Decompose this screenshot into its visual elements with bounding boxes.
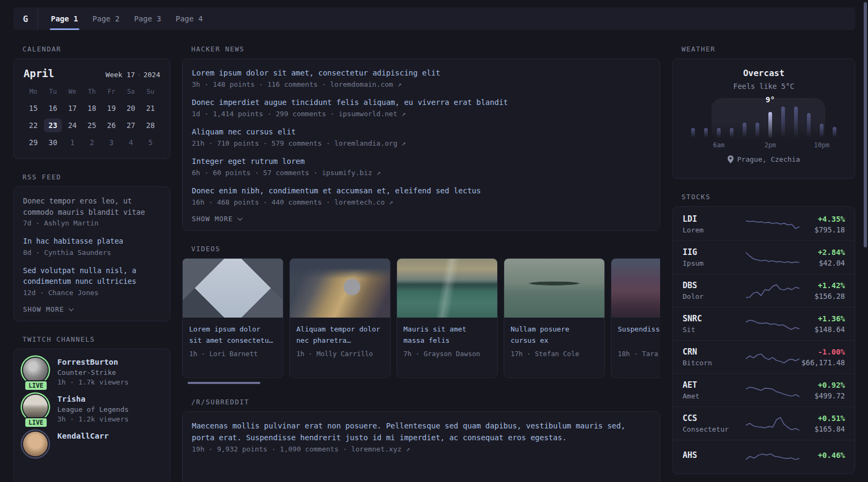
rss-item-meta: 12d · Chance Jones (23, 289, 161, 297)
video-card[interactable]: Mauris sit amet massa felis 7h · Grayson… (396, 258, 498, 378)
video-card-body: Mauris sit amet massa felis 7h · Grayson… (397, 318, 497, 364)
stock-sparkline-chart (746, 381, 799, 400)
page-tab[interactable]: Page 4 (176, 7, 203, 30)
hackernews-item-title[interactable]: Donec enim nibh, condimentum et accumsan… (192, 185, 650, 197)
stock-row[interactable]: DBS Dolor +1.42% $156.28 (673, 274, 855, 307)
calendar-day: 16 (43, 100, 62, 117)
channel-info: Trisha League of Legends 3h · 1.2k viewe… (57, 395, 129, 423)
stock-identity: SNRC Sit (683, 314, 746, 334)
channel-name[interactable]: Trisha (57, 395, 129, 403)
top-nav: G Page 1 Page 2 Page 3 Page 4 (13, 7, 855, 30)
hackernews-item-title[interactable]: Integer eget rutrum lorem (192, 156, 650, 167)
app-logo[interactable]: G (13, 7, 38, 30)
weather-location-label: Prague, Czechia (737, 155, 800, 163)
stock-change-percent: +2.84% (799, 248, 845, 257)
weather-location: Prague, Czechia (673, 155, 855, 163)
stock-row[interactable]: SNRC Sit +1.36% $148.64 (673, 307, 855, 341)
calendar-day-number: 18 (87, 104, 96, 112)
video-meta: 1h · Molly Carrillo (296, 350, 384, 358)
video-card[interactable]: Lorem ipsum dolor sit amet consectetu… 1… (182, 258, 283, 378)
calendar-day: 19 (102, 100, 121, 117)
video-thumbnail[interactable] (290, 259, 390, 318)
avatar (23, 432, 48, 456)
twitch-channel-row[interactable]: LIVE ForrestBurton Counter-Strike 1h · 1… (23, 358, 161, 386)
calendar-day-number: 30 (49, 138, 57, 147)
rss-item-meta: 7d · Ashlyn Martin (23, 219, 161, 227)
channel-name[interactable]: KendallCarr (57, 432, 109, 440)
stocks-section: STOCKS LDI Lorem +4.35% $795.18 (672, 193, 855, 474)
stock-row[interactable]: IIG Ipsum +2.84% $42.04 (673, 241, 855, 274)
hackernews-show-more-button[interactable]: SHOW MORE (192, 215, 650, 223)
stock-price: $148.64 (799, 325, 845, 334)
video-card[interactable]: Nullam posuere cursus ex 17h · Stefan Co… (504, 258, 605, 378)
video-title[interactable]: Nullam posuere cursus ex (511, 323, 598, 346)
page-tab[interactable]: Page 3 (134, 7, 161, 30)
rss-show-more-button[interactable]: SHOW MORE (23, 305, 161, 313)
videos-scrollbar-thumb[interactable] (188, 382, 260, 384)
stock-identity: IIG Ipsum (683, 247, 746, 267)
external-link-icon[interactable]: ↗ (401, 110, 406, 118)
external-link-icon[interactable]: ↗ (389, 198, 393, 206)
calendar-day-number: 19 (107, 104, 116, 112)
stock-name: Ipsum (683, 259, 746, 267)
stock-symbol: AET (683, 380, 746, 390)
weather-section: WEATHER Overcast Feels like 5°C (672, 45, 855, 179)
stock-values: +0.51% $165.84 (799, 414, 845, 433)
external-link-icon[interactable]: ↗ (398, 80, 402, 88)
external-link-icon[interactable]: ↗ (406, 445, 410, 453)
hackernews-widget: Lorem ipsum dolor sit amet, consectetur … (182, 58, 660, 231)
video-thumbnail[interactable] (397, 259, 497, 318)
hackernews-item-title[interactable]: Aliquam nec cursus elit (192, 126, 650, 138)
day-of-week-label: Su (141, 86, 160, 97)
video-card[interactable]: Suspendisse diam 18h · Tara (611, 258, 660, 378)
hackernews-item: Donec imperdiet augue tincidunt felis al… (192, 97, 650, 118)
twitch-channel-row[interactable]: LIVE KendallCarr (23, 432, 161, 456)
calendar-year-label: 2024 (144, 71, 160, 79)
rss-item: Donec tempor eros leo, ut commodo mauris… (23, 195, 161, 227)
hackernews-list: Lorem ipsum dolor sit amet, consectetur … (192, 67, 650, 206)
page-scrollbar-thumb[interactable] (864, 2, 867, 247)
calendar-day: 29 (24, 134, 43, 151)
subreddit-section: /R/SUBREDDIT Maecenas mollis pulvinar er… (182, 398, 660, 482)
video-title[interactable]: Aliquam tempor dolor nec pharetra… (296, 323, 384, 346)
page-tab-label: Page 3 (134, 14, 161, 23)
stock-row[interactable]: CRN Bitcorn -1.00% $66,171.48 (673, 341, 855, 374)
subreddit-post-title[interactable]: Maecenas mollis pulvinar erat non posuer… (192, 420, 647, 443)
weather-bar (768, 112, 772, 138)
page-tab[interactable]: Page 2 (93, 7, 120, 30)
hackernews-item-title[interactable]: Lorem ipsum dolor sit amet, consectetur … (192, 67, 650, 79)
video-card[interactable]: Aliquam tempor dolor nec pharetra… 1h · … (289, 258, 391, 378)
video-thumbnail[interactable] (611, 259, 660, 318)
external-link-icon[interactable]: ↗ (376, 169, 380, 177)
calendar-day-number: 5 (148, 138, 153, 147)
hackernews-item-title[interactable]: Donec imperdiet augue tincidunt felis al… (192, 97, 650, 108)
stock-name: Sit (683, 326, 746, 334)
calendar-day: 30 (43, 134, 62, 151)
subreddit-post: Maecenas mollis pulvinar erat non posuer… (192, 420, 650, 453)
weather-widget: Overcast Feels like 5°C (672, 58, 855, 179)
video-title[interactable]: Suspendisse diam (618, 323, 660, 346)
twitch-channel-row[interactable]: LIVE Trisha League of Legends 3h · 1.2k … (23, 395, 161, 423)
external-link-icon[interactable]: ↗ (401, 139, 406, 147)
stock-row[interactable]: AHS +0.46% (673, 440, 855, 472)
video-title[interactable]: Lorem ipsum dolor sit amet consectetu… (189, 323, 276, 346)
video-thumbnail[interactable] (504, 259, 604, 318)
stock-change-percent: +0.46% (799, 451, 845, 460)
rss-item-title[interactable]: Donec tempor eros leo, ut commodo mauris… (23, 195, 161, 217)
weather-bar-slot: 9° 2pm (768, 104, 772, 138)
stock-sparkline-chart (746, 314, 799, 334)
calendar-day: 27 (121, 117, 140, 134)
hackernews-item-meta: 16h · 468 points · 440 comments · loremt… (192, 198, 650, 206)
video-thumbnail[interactable] (183, 259, 283, 318)
stock-row[interactable]: AET Amet +0.92% $499.72 (673, 374, 855, 407)
page-tab[interactable]: Page 1 (51, 7, 78, 30)
stock-row[interactable]: CCS Consectetur +0.51% $165.84 (673, 407, 855, 440)
weather-section-title: WEATHER (682, 45, 855, 53)
channel-name[interactable]: ForrestBurton (57, 358, 129, 366)
video-title[interactable]: Mauris sit amet massa felis (403, 323, 491, 346)
stock-row[interactable]: LDI Lorem +4.35% $795.18 (673, 208, 855, 241)
dashboard-page: G Page 1 Page 2 Page 3 Page 4 CALENDAR (0, 0, 868, 482)
rss-item-title[interactable]: In hac habitasse platea (23, 236, 161, 247)
rss-item-title[interactable]: Sed volutpat nulla nisl, a condimentum n… (23, 265, 161, 287)
weather-time-label: 6am (713, 141, 725, 149)
